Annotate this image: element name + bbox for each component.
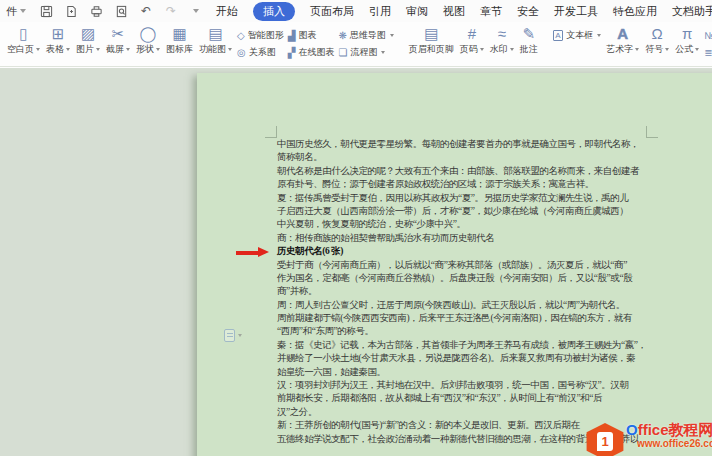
mindmap-button[interactable]: ❋ 思维导图	[336, 28, 395, 42]
insert-number-button[interactable]: № 插入数字	[702, 28, 712, 42]
margin-corner-mark-left	[265, 126, 277, 138]
chevron-down-icon	[126, 48, 130, 51]
tab-references[interactable]: 引用	[369, 4, 391, 19]
tab-security[interactable]: 安全	[517, 4, 539, 19]
online-chart-button[interactable]: ▞ 在线图表	[286, 45, 337, 59]
export-icon	[65, 5, 78, 18]
print-preview-button[interactable]	[113, 3, 129, 19]
doc-line[interactable]: 作为国名，定都亳（今河南商丘谷熟镇）。后盘庚迁殷（今河南安阳）后，又以“殷”或“…	[277, 272, 653, 285]
doc-line[interactable]: “西周”和“东周”的称号。	[277, 325, 653, 338]
page-number-button[interactable]: # 页码	[457, 24, 487, 63]
save-button[interactable]	[38, 3, 54, 19]
file-menu-label: 件	[6, 4, 17, 19]
paste-options-button[interactable]	[224, 328, 246, 343]
picture-button[interactable]: ▨ 图片	[73, 24, 103, 63]
comment-button[interactable]: ✎ 批注	[517, 24, 541, 63]
icon-library-button[interactable]: ▦ 图标库	[163, 24, 196, 63]
tab-section[interactable]: 章节	[480, 4, 502, 19]
symbol-icon: Ω	[652, 25, 663, 43]
document-text[interactable]: 中国历史悠久，朝代更是零星纷繁。每朝的创建者要首办的事就是确立国号，即朝代名称，…	[277, 138, 653, 446]
chevron-down-icon	[193, 9, 199, 13]
wordart-icon: A	[617, 25, 628, 43]
quickbar-more-button[interactable]	[188, 3, 204, 19]
tab-page-layout[interactable]: 页面布局	[310, 4, 354, 19]
function-diagram-icon: ▤	[208, 25, 222, 43]
red-annotation-arrow	[236, 247, 269, 258]
online-chart-icon: ▞	[288, 47, 296, 58]
doc-line[interactable]: 中兴夏朝，恢复夏朝的统治，史称“少康中兴”。	[277, 218, 653, 231]
doc-line[interactable]: 秦：据《史记》记载，本为古部落，其首领非子为周孝王养马有成绩，被周孝王赐姓为“嬴…	[277, 339, 653, 352]
chevron-down-icon	[597, 34, 601, 37]
print-button[interactable]	[88, 3, 104, 19]
doc-line[interactable]: 子启西迁大夏（山西南部汾浍一带）后，才称“夏”，姒少康在纶城（今河南商丘虞城西）	[277, 205, 653, 218]
smart-graphic-button[interactable]: ◇ 智能图形	[235, 28, 286, 42]
doc-heading-line[interactable]: 历史朝代名(6 张)	[277, 245, 653, 258]
doc-line[interactable]: 并赐给了一小块土地(今甘肃天水县，另说是陇西谷名)。后来襄又救周有功被封为诸侯，…	[277, 352, 653, 365]
redo-button[interactable]: ↷	[163, 3, 179, 19]
textbox-button[interactable]: A 文本框	[551, 28, 603, 42]
doc-line[interactable]: 汉：项羽封刘邦为汉王，其封地在汉中。后刘邦击败项羽，统一中国，国号称“汉”。汉朝	[277, 379, 653, 392]
doc-line[interactable]: 前期都长安，后期都洛阳，故从都城上有“西汉”和“东汉”，从时间上有“前汉”和“后	[277, 392, 653, 405]
chevron-down-icon	[238, 334, 242, 337]
table-label: 表格	[46, 43, 64, 56]
tab-document-assistant[interactable]: 文档助手	[672, 4, 712, 19]
blank-page-button[interactable]: ▯ 空白页	[4, 24, 43, 63]
watermark-label: 水印	[490, 43, 508, 56]
undo-icon: ↶	[141, 5, 151, 17]
chevron-down-icon	[20, 9, 26, 13]
shapes-button[interactable]: ◯ 形状	[133, 24, 163, 63]
insert-number-icon: №	[704, 30, 712, 41]
smart-graphic-icon: ◇	[237, 30, 245, 41]
header-footer-label: 页眉和页脚	[409, 43, 454, 56]
tab-insert[interactable]: 插入	[253, 2, 295, 21]
chart-label: 图表	[298, 29, 316, 42]
doc-line[interactable]: 简称朝名。	[277, 151, 653, 164]
wordart-button[interactable]: A 艺术字	[603, 24, 642, 63]
symbol-button[interactable]: Ω 符号	[642, 24, 672, 63]
flowchart-button[interactable]: ❏ 流程图	[336, 45, 395, 59]
chart-icon: ▟	[288, 30, 296, 41]
chevron-down-icon	[665, 48, 669, 51]
clipboard-icon	[224, 329, 235, 342]
chart-button[interactable]: ▟ 图表	[286, 28, 337, 42]
watermark-button[interactable]: ≈ 水印	[487, 24, 517, 63]
tab-home[interactable]: 开始	[216, 4, 238, 19]
tab-developer[interactable]: 开发工具	[554, 4, 598, 19]
export-button[interactable]	[63, 3, 79, 19]
tab-special-features[interactable]: 特色应用	[613, 4, 657, 19]
undo-button[interactable]: ↶	[138, 3, 154, 19]
doc-line[interactable]: 汉”之分。	[277, 406, 653, 419]
textbox-label: 文本框	[566, 29, 593, 42]
relation-diagram-icon: ◎	[237, 47, 246, 58]
screenshot-button[interactable]: ✂ 截屏	[103, 24, 133, 63]
formula-button[interactable]: π 公式	[672, 24, 702, 63]
doc-line[interactable]: 夏：据传禹曾受封于夏伯，因用以称其政权为“夏”。另据历史学家范文澜先生说，禹的儿	[277, 192, 653, 205]
function-diagram-button[interactable]: ▤ 功能图	[196, 24, 235, 63]
table-button[interactable]: ⊞ 表格	[43, 24, 73, 63]
doc-line[interactable]: 朝代名称是由什么决定的呢？大致有五个来由：由部族、部落联盟的名称而来，来自创建者	[277, 165, 653, 178]
watermark-url: www.office26.com	[637, 438, 712, 449]
chevron-down-icon	[156, 48, 160, 51]
symbol-label: 符号	[645, 43, 663, 56]
chevron-down-icon	[36, 48, 40, 51]
doc-line[interactable]: 商：相传商族的始祖契曾帮助禹治水有功而历史朝代名	[277, 232, 653, 245]
doc-line[interactable]: 周前期建都于镐(今陕西西安西南)，后来平王东迁洛邑(今河南洛阳)，因在镐的东方，…	[277, 312, 653, 325]
drop-cap-button[interactable]: ≣ 首字下沉	[702, 45, 712, 59]
file-menu[interactable]: 件	[2, 4, 30, 19]
shapes-icon: ◯	[140, 25, 157, 43]
header-footer-button[interactable]: ▤ 页眉和页脚	[406, 24, 457, 63]
textbox-icon: A	[553, 30, 563, 41]
doc-line[interactable]: 受封于商（今河南商丘南），以后就以“商”来称其部落（或部族）。汤灭夏后，就以“商…	[277, 259, 653, 272]
tab-review[interactable]: 审阅	[406, 4, 428, 19]
doc-line[interactable]: 原有卦号、爵位；源于创建者原始政权统治的区域；源于宗族关系；寓意吉祥。	[277, 178, 653, 191]
tab-view[interactable]: 视图	[443, 4, 465, 19]
chevron-down-icon	[390, 34, 394, 37]
doc-line[interactable]: 商”并称。	[277, 285, 653, 298]
doc-line[interactable]: 中国历史悠久，朝代更是零星纷繁。每朝的创建者要首办的事就是确立国号，即朝代名称，	[277, 138, 653, 151]
function-diagram-label: 功能图	[199, 43, 226, 56]
doc-line[interactable]: 周：周人到古公亶父时，迁居于周原(今陕西岐山)。武王灭殷以后，就以“周”为朝代名…	[277, 299, 653, 312]
save-icon	[40, 5, 53, 18]
doc-line[interactable]: 始皇统一六国，始建秦国。	[277, 366, 653, 379]
relation-diagram-button[interactable]: ◎ 关系图	[235, 45, 286, 59]
picture-icon: ▨	[81, 25, 95, 43]
